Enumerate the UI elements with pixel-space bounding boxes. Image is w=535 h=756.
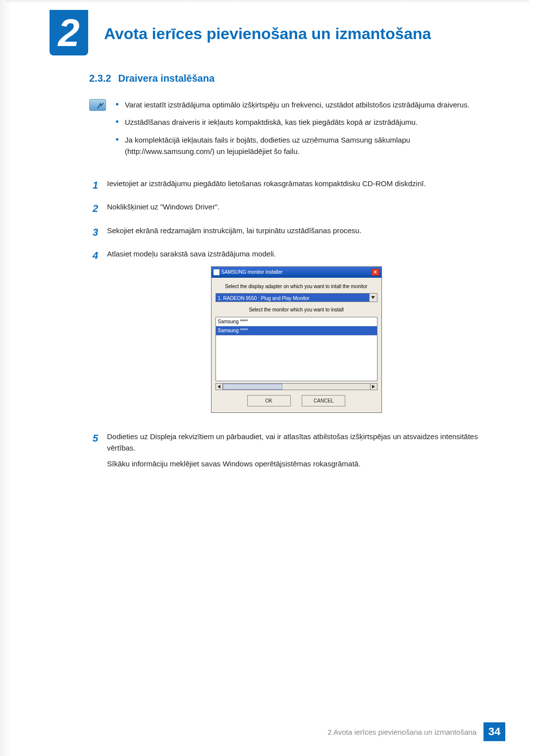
step-number: 4 — [89, 248, 98, 423]
step-number: 1 — [89, 178, 98, 193]
note-item: Uzstādīšanas draiveris ir iekļauts kompa… — [116, 116, 485, 128]
scroll-left-icon[interactable] — [216, 384, 223, 390]
note-list: Varat iestatīt izstrādājuma optimālo izš… — [116, 99, 485, 163]
chapter-title: Avota ierīces pievienošana un izmantošan… — [50, 15, 485, 43]
section-title: Draivera instalēšana — [118, 73, 214, 84]
step-text: Sekojiet ekrānā redzamajām instrukcijām,… — [107, 225, 485, 236]
step-item: 1 Ievietojiet ar izstrādājumu piegādāto … — [89, 178, 485, 193]
chevron-down-icon[interactable] — [369, 294, 377, 302]
close-icon[interactable]: × — [372, 269, 379, 276]
adapter-select[interactable]: 1. RADEON 9550 : Plug and Play Monitor — [215, 293, 377, 302]
list-item[interactable]: Samsung **** — [216, 317, 377, 327]
note-item: Ja komplektācijā iekļautais fails ir boj… — [116, 134, 485, 157]
steps-list: 1 Ievietojiet ar izstrādājumu piegādāto … — [89, 178, 485, 473]
step-text: Atlasiet modeļu sarakstā sava izstrādāju… — [107, 248, 485, 259]
step-number: 3 — [89, 225, 98, 240]
section-number: 2.3.2 — [89, 73, 111, 84]
scroll-thumb[interactable] — [223, 384, 282, 390]
step-number: 5 — [89, 431, 98, 473]
section-heading: 2.3.2Draivera instalēšana — [89, 73, 485, 84]
titlebar: SAMSUNG monitor installer × — [212, 267, 381, 278]
ok-button[interactable]: OK — [247, 395, 291, 407]
step-text: Ievietojiet ar izstrādājumu piegādāto li… — [107, 178, 485, 189]
chapter-box: 2 — [50, 10, 88, 55]
scroll-track[interactable] — [223, 384, 370, 390]
step-item: 3 Sekojiet ekrānā redzamajām instrukcijā… — [89, 225, 485, 240]
chapter-number: 2 — [58, 13, 79, 52]
step-text: Noklikšķiniet uz "Windows Driver". — [107, 201, 485, 212]
monitor-list[interactable]: Samsung **** Samsung **** — [215, 317, 377, 381]
step-extra: Sīkāku informāciju meklējiet savas Windo… — [107, 458, 485, 469]
left-stripe — [0, 0, 13, 756]
step-item: 4 Atlasiet modeļu sarakstā sava izstrādā… — [89, 248, 485, 423]
step-text: Dodieties uz Displeja rekvizītiem un pār… — [107, 431, 485, 454]
window-title: SAMSUNG monitor installer — [221, 268, 283, 276]
adapter-select-value: 1. RADEON 9550 : Plug and Play Monitor — [216, 294, 369, 302]
monitor-label: Select the monitor which you want to ins… — [215, 306, 377, 314]
adapter-label: Select the display adapter on which you … — [215, 283, 377, 291]
installer-screenshot: SAMSUNG monitor installer × Select the d… — [211, 266, 382, 413]
list-item[interactable]: Samsung **** — [216, 326, 377, 336]
horizontal-scrollbar[interactable] — [215, 383, 377, 390]
scroll-right-icon[interactable] — [370, 384, 377, 390]
note-icon — [89, 99, 106, 111]
footer-text: 2 Avota ierīces pievienošana un izmantoš… — [327, 728, 477, 736]
step-item: 5 Dodieties uz Displeja rekvizītiem un p… — [89, 431, 485, 473]
app-icon — [214, 269, 219, 275]
step-number: 2 — [89, 201, 98, 216]
note-item: Varat iestatīt izstrādājuma optimālo izš… — [116, 99, 485, 110]
page-number: 34 — [483, 722, 505, 741]
step-item: 2 Noklikšķiniet uz "Windows Driver". — [89, 201, 485, 216]
cancel-button[interactable]: CANCEL — [302, 395, 345, 407]
